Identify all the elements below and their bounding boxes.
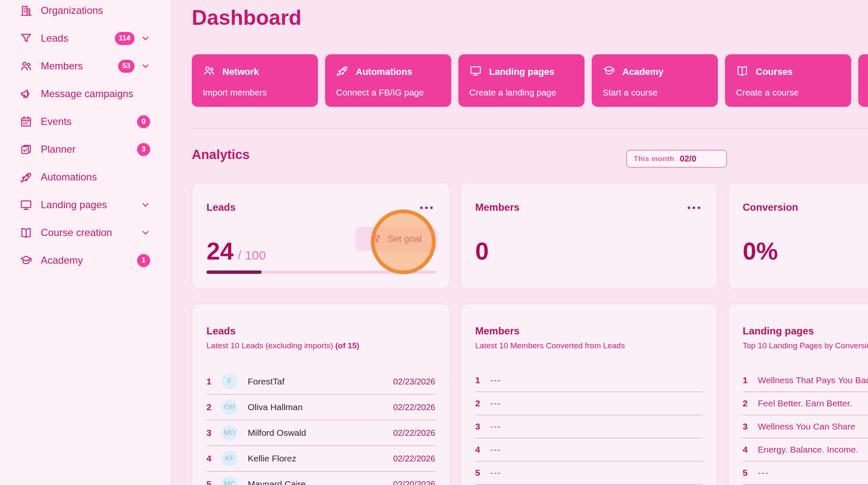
row-rank: 3 (206, 428, 222, 438)
sidebar-item-label: Automations (41, 171, 97, 183)
dashboard-page: { "colors": { "brand_pink": "#ee3d9c", "… (0, 0, 868, 485)
set-goal-button[interactable]: Set goal (356, 227, 437, 250)
lead-row[interactable]: 4 KF Kellie Florez 02/22/2026 (206, 446, 435, 472)
chevron-down-icon[interactable] (141, 200, 150, 209)
quick-action-title: Courses (756, 66, 793, 77)
landing-page-row[interactable]: 4 Energy. Balance. Income. (743, 438, 868, 461)
conversion-value: 0% (743, 237, 778, 265)
list-subtitle: Latest 10 Leads (excluding imports) (of … (206, 341, 435, 350)
leads-value: 24 / 100 (206, 237, 266, 265)
landing-page-row[interactable]: 5 --- (743, 461, 868, 485)
landing-page-name: Feel Better. Earn Better. (758, 398, 852, 408)
row-rank: 2 (206, 402, 222, 412)
sidebar-item-label: Academy (41, 254, 83, 266)
avatar: F (222, 374, 238, 390)
lead-row[interactable]: 5 MC Maynard Caire 02/20/2026 (206, 472, 435, 485)
list-title: Landing pages (743, 325, 868, 337)
leads-rows: 1 F ForestTaf 02/23/2026 2 OH Oliva Hall… (206, 369, 435, 485)
grad-cap-icon (603, 64, 615, 80)
quick-action-subtitle: Connect a FB/IG page (336, 87, 440, 98)
monitor-icon (20, 199, 32, 211)
landing-page-name: Wellness You Can Share (758, 421, 855, 432)
sidebar-item-academy[interactable]: Academy 1 (20, 250, 150, 271)
trophy-icon (372, 234, 382, 244)
chevron-down-icon[interactable] (141, 34, 150, 43)
member-placeholder: --- (490, 422, 501, 432)
lead-name: ForestTaf (248, 376, 285, 387)
landing-page-name: Energy. Balance. Income. (758, 445, 858, 455)
people-icon (203, 64, 215, 80)
sidebar-item-label: Events (41, 116, 71, 127)
member-row[interactable]: 2 --- (475, 392, 703, 415)
landing-pages-list-card: Landing pages Top 10 Landing Pages by Co… (728, 304, 868, 485)
member-row[interactable]: 5 --- (475, 461, 703, 485)
card-title: Members (475, 201, 703, 213)
member-placeholder: --- (490, 399, 501, 408)
quick-action-automations[interactable]: Automations Connect a FB/IG page (325, 54, 451, 107)
list-subtitle: Top 10 Landing Pages by Conversion (743, 341, 868, 350)
quick-action-network[interactable]: Network Import members (192, 54, 318, 107)
rocket-icon (20, 171, 32, 183)
analytics-leads-card: Leads 24 / 100 Set goal (192, 183, 450, 289)
row-rank: 1 (743, 375, 758, 385)
set-goal-label: Set goal (388, 233, 422, 244)
member-row[interactable]: 4 --- (475, 438, 703, 461)
sidebar-item-members[interactable]: Members 53 (20, 56, 150, 77)
members-count-badge: 53 (118, 60, 135, 73)
quick-action-landing-pages[interactable]: Landing pages Create a landing page (458, 54, 585, 107)
sidebar-item-events[interactable]: Events 0 (20, 111, 150, 132)
planner-icon (20, 143, 32, 156)
members-rows: 1 --- 2 --- 3 --- 4 --- 5 --- (475, 369, 703, 485)
page-title: Dashboard (192, 6, 868, 29)
lead-row[interactable]: 1 F ForestTaf 02/23/2026 (206, 369, 435, 395)
sidebar-item-planner[interactable]: Planner 3 (20, 139, 150, 160)
lead-row[interactable]: 2 OH Oliva Hallman 02/22/2026 (206, 395, 435, 420)
period-selector[interactable]: This month 02/0 (626, 150, 727, 168)
lead-name: Maynard Caire (248, 479, 306, 485)
quick-action-courses[interactable]: Courses Create a course (725, 54, 851, 107)
list-title: Leads (206, 325, 435, 337)
chevron-down-icon[interactable] (141, 61, 150, 71)
landing-page-row[interactable]: 1 Wellness That Pays You Back (743, 369, 868, 392)
quick-action-subtitle: Create a landing page (469, 87, 574, 98)
sidebar-item-course-creation[interactable]: Course creation (20, 222, 150, 243)
sidebar-item-label: Members (41, 60, 83, 72)
card-menu-button[interactable] (420, 207, 433, 209)
quick-action-partial[interactable] (858, 54, 868, 107)
events-count-badge: 0 (137, 115, 150, 128)
quick-action-academy[interactable]: Academy Start a course (592, 54, 718, 107)
chevron-down-icon[interactable] (141, 228, 150, 237)
sidebar-item-automations[interactable]: Automations (20, 167, 150, 188)
sidebar-item-organizations[interactable]: Organizations (20, 0, 150, 21)
row-rank: 4 (206, 453, 222, 464)
analytics-cards-row: Leads 24 / 100 Set goal Members 0 Conver… (192, 183, 868, 289)
member-row[interactable]: 3 --- (475, 415, 703, 438)
sidebar: Organizations Leads 114 Members 53 Messa… (0, 0, 172, 485)
card-menu-button[interactable] (688, 207, 700, 209)
sidebar-item-label: Landing pages (41, 199, 107, 211)
calendar-icon (20, 115, 32, 128)
lead-date: 02/22/2026 (393, 403, 435, 412)
sidebar-item-landing-pages[interactable]: Landing pages (20, 194, 150, 215)
card-title: Conversion (743, 201, 868, 213)
leads-list-card: Leads Latest 10 Leads (excluding imports… (192, 304, 450, 485)
landing-page-row[interactable]: 3 Wellness You Can Share (743, 415, 868, 438)
lead-name: Kellie Florez (248, 453, 296, 464)
row-rank: 4 (743, 445, 758, 455)
planner-count-badge: 3 (137, 143, 150, 156)
list-subtitle: Latest 10 Members Converted from Leads (475, 341, 703, 350)
lists-row: Leads Latest 10 Leads (excluding imports… (192, 304, 868, 485)
sidebar-item-label: Organizations (41, 5, 103, 16)
quick-action-title: Academy (622, 66, 664, 77)
landing-page-row[interactable]: 2 Feel Better. Earn Better. (743, 392, 868, 415)
analytics-heading: Analytics (192, 147, 868, 162)
sidebar-item-label: Planner (41, 143, 76, 155)
avatar: MO (222, 425, 238, 441)
lead-date: 02/23/2026 (393, 377, 435, 387)
sidebar-item-message-campaigns[interactable]: Message campaigns (20, 83, 150, 104)
member-row[interactable]: 1 --- (475, 369, 703, 392)
lead-date: 02/20/2026 (393, 480, 435, 485)
lead-row[interactable]: 3 MO Milford Oswald 02/22/2026 (206, 420, 435, 446)
sidebar-item-leads[interactable]: Leads 114 (20, 28, 150, 49)
leads-progress-bar (206, 270, 436, 274)
